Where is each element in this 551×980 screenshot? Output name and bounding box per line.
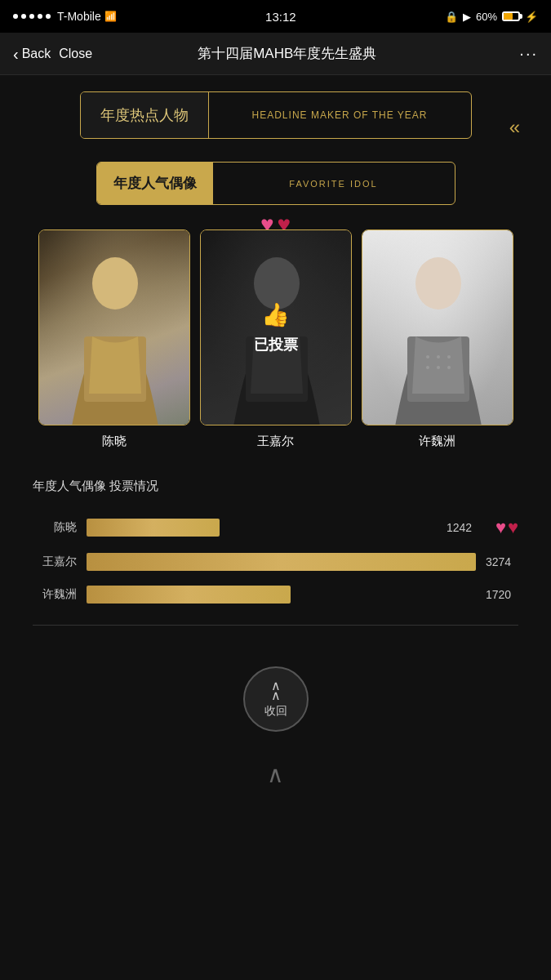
bar-bottom-line (33, 625, 518, 626)
category-tab[interactable]: 年度热点人物 HEADLINE MAKER OF THE YEAR (80, 91, 472, 139)
idol-header: 年度人气偶像 FAVORITE IDOL (96, 162, 455, 205)
nav-title: 第十四届MAHB年度先生盛典 (55, 44, 519, 63)
idol-chinese-label: 年度人气偶像 (97, 163, 213, 204)
category-english-label: HEADLINE MAKER OF THE YEAR (209, 96, 471, 134)
status-time: 13:12 (265, 10, 296, 24)
double-chevron-left-icon: « (509, 116, 520, 139)
nav-bar: ‹ Back Close 第十四届MAHB年度先生盛典 ··· (0, 33, 551, 75)
signal-dot-2 (21, 14, 26, 19)
signal-dot-3 (29, 14, 34, 19)
voted-overlay: 👍 已投票 (201, 230, 351, 425)
idol-cards-container: ♥ ♥ 陈晓 (24, 229, 527, 449)
bar-count-xuweizou: 1720 (486, 588, 518, 601)
idol-image-xuweizou (362, 229, 513, 425)
bar-fill-chenxiao (87, 519, 220, 537)
back-label[interactable]: Back (22, 47, 51, 61)
idol-section: 年度人气偶像 FAVORITE IDOL ♥ ♥ (24, 162, 527, 449)
bar-track-wangjiaer (87, 553, 476, 571)
bar-count-wangjiaer: 3274 (486, 555, 518, 568)
voted-text: 已投票 (254, 335, 298, 354)
chevron-left-icon: ‹ (13, 46, 19, 62)
bar-fill-xuweizou (87, 586, 291, 604)
idol-english-label: FAVORITE IDOL (213, 167, 455, 200)
idol-image-wangjiaer: 👍 已投票 (200, 229, 352, 425)
bar-label-wangjiaer: 王嘉尔 (33, 555, 77, 569)
svg-point-0 (92, 257, 138, 310)
wifi-icon: 📶 (104, 11, 117, 22)
idol-name-chenxiao: 陈晓 (102, 434, 127, 449)
bottom-chevron-up-icon[interactable]: ∧ (267, 761, 284, 788)
battery-fill (504, 13, 513, 20)
bar-count-chenxiao: 1242 (447, 521, 479, 534)
main-content: 年度热点人物 HEADLINE MAKER OF THE YEAR « 年度人气… (0, 75, 551, 829)
svg-point-8 (447, 355, 451, 359)
idol-image-chenxiao (38, 229, 190, 425)
svg-point-4 (415, 257, 461, 310)
battery-icon (502, 11, 520, 21)
thumb-up-icon: 👍 (261, 301, 290, 328)
status-left: T-Mobile 📶 (13, 10, 117, 23)
idol-card-xuweizou[interactable]: 许魏洲 (362, 229, 513, 449)
svg-point-7 (437, 355, 440, 359)
battery-percent: 60% (476, 11, 497, 23)
vote-section-title: 年度人气偶像 投票情况 (33, 479, 518, 494)
idol-name-wangjiaer: 王嘉尔 (257, 434, 294, 449)
vote-section: 年度人气偶像 投票情况 陈晓 1242 ♥ ♥ 王嘉尔 3 (24, 479, 527, 626)
collapse-button[interactable]: ∧ ∧ 收回 (243, 666, 309, 732)
collapse-section: ∧ ∧ 收回 (24, 666, 527, 732)
collapse-chevrons-icon-2: ∧ (271, 689, 281, 702)
bar-hearts-1: ♥ ♥ (495, 517, 518, 538)
lock-icon: 🔒 (445, 11, 458, 23)
status-right: 🔒 ▶ 60% ⚡ (445, 11, 538, 23)
vote-bar-xuweizou: 许魏洲 1720 (33, 586, 518, 604)
vote-bars-container: 陈晓 1242 ♥ ♥ 王嘉尔 3274 许魏洲 (33, 517, 518, 626)
svg-point-10 (437, 366, 440, 369)
svg-point-9 (426, 366, 429, 369)
charge-icon: ⚡ (525, 11, 538, 23)
vote-bar-wangjiaer: 王嘉尔 3274 (33, 553, 518, 571)
bar-fill-wangjiaer (87, 553, 476, 571)
signal-dot-4 (38, 14, 42, 19)
bar-track-chenxiao (87, 519, 437, 537)
more-button[interactable]: ··· (519, 44, 538, 63)
idol-name-xuweizou: 许魏洲 (419, 434, 455, 449)
bar-label-xuweizou: 许魏洲 (33, 587, 77, 602)
collapse-label[interactable]: 收回 (264, 704, 287, 719)
idol-card-chenxiao[interactable]: 陈晓 (38, 229, 190, 449)
vote-bar-chenxiao: 陈晓 1242 ♥ ♥ (33, 517, 518, 538)
bar-label-chenxiao: 陈晓 (33, 520, 77, 535)
idol-card-wangjiaer[interactable]: 👍 已投票 王嘉尔 (200, 229, 352, 449)
status-bar: T-Mobile 📶 13:12 🔒 ▶ 60% ⚡ (0, 0, 551, 33)
bar-track-xuweizou (87, 586, 476, 604)
signal-dot-5 (46, 14, 51, 19)
bottom-chevron-area: ∧ (24, 745, 527, 813)
svg-point-6 (426, 355, 429, 359)
carrier-label: T-Mobile (57, 10, 101, 23)
svg-point-11 (447, 366, 451, 369)
signal-dot-1 (13, 14, 18, 19)
category-chinese-label: 年度热点人物 (81, 92, 209, 138)
location-icon: ▶ (463, 11, 471, 23)
